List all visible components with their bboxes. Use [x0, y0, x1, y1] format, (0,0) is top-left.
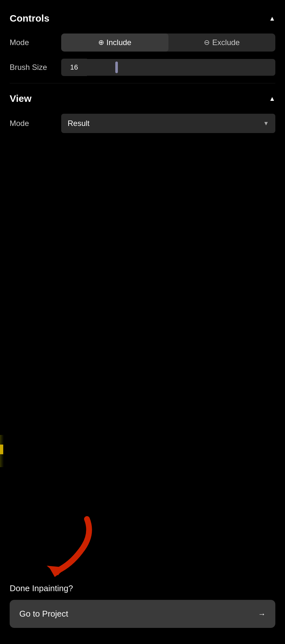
- brush-slider-track[interactable]: [87, 59, 275, 76]
- red-arrow-icon: [29, 516, 100, 577]
- view-chevron-icon[interactable]: ▲: [269, 95, 275, 102]
- brush-size-container: 16: [61, 59, 275, 76]
- brush-size-value: 16: [61, 59, 87, 76]
- include-button[interactable]: ⊕ Include: [61, 34, 168, 52]
- arrow-right-icon: →: [258, 610, 266, 619]
- mode-toggle: ⊕ Include ⊖ Exclude: [61, 34, 275, 52]
- go-to-project-button[interactable]: Go to Project →: [10, 600, 275, 628]
- done-inpainting-text: Done Inpainting?: [10, 583, 275, 593]
- view-mode-value: Result: [68, 119, 90, 128]
- exclude-button[interactable]: ⊖ Exclude: [168, 34, 276, 52]
- controls-section: Controls ▲ Mode ⊕ Include ⊖ Exclude Brus…: [0, 0, 285, 76]
- view-mode-dropdown[interactable]: Result ▼: [61, 114, 275, 133]
- brush-size-label: Brush Size: [10, 63, 61, 72]
- bottom-section: Done Inpainting? Go to Project →: [0, 513, 285, 644]
- yellow-indicator: [0, 445, 3, 454]
- brush-size-row: Brush Size 16: [10, 59, 275, 76]
- dropdown-arrow-icon: ▼: [263, 120, 269, 127]
- brush-slider-thumb[interactable]: [115, 62, 118, 73]
- controls-chevron-icon[interactable]: ▲: [269, 15, 275, 22]
- arrow-annotation: [10, 513, 275, 577]
- section-divider: [10, 83, 275, 83]
- exclude-icon: ⊖: [204, 38, 210, 47]
- controls-header: Controls ▲: [10, 13, 275, 24]
- controls-title: Controls: [10, 13, 49, 24]
- view-mode-row: Mode Result ▼: [10, 114, 275, 133]
- include-icon: ⊕: [98, 38, 104, 47]
- view-mode-label: Mode: [10, 119, 61, 128]
- view-header: View ▲: [10, 93, 275, 104]
- mode-label: Mode: [10, 38, 61, 47]
- include-label: Include: [107, 38, 131, 47]
- exclude-label: Exclude: [212, 38, 240, 47]
- go-to-project-label: Go to Project: [19, 609, 68, 619]
- view-title: View: [10, 93, 32, 104]
- view-section: View ▲ Mode Result ▼: [0, 83, 285, 133]
- mode-row: Mode ⊕ Include ⊖ Exclude: [10, 34, 275, 52]
